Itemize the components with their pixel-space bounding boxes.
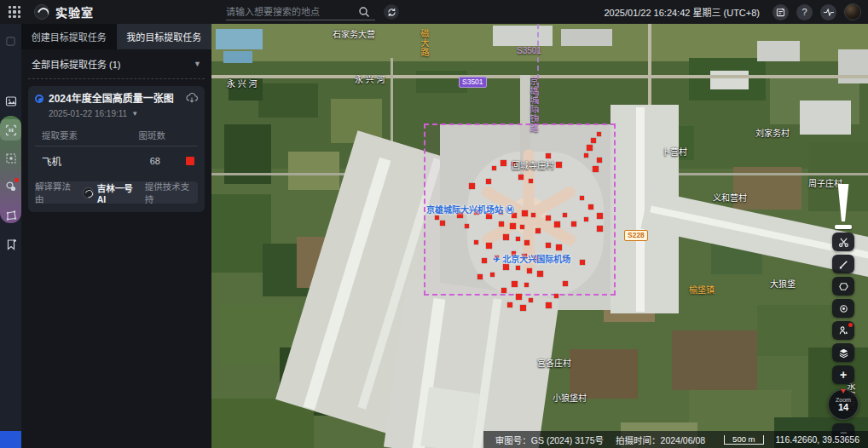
task-timestamp: 2025-01-22 16:19:11 xyxy=(49,109,127,118)
feature-color-swatch xyxy=(186,157,194,165)
detection-box xyxy=(556,162,562,168)
notification-dot xyxy=(848,323,853,327)
zoom-dial[interactable]: Zoom 14 xyxy=(828,389,859,420)
detection-box xyxy=(512,162,516,166)
detection-box xyxy=(477,274,483,279)
swipe-slider-handle[interactable] xyxy=(835,184,852,221)
map-terrain-patch xyxy=(216,29,263,49)
search-input[interactable] xyxy=(226,7,358,17)
poi-person-button[interactable] xyxy=(832,321,854,340)
capture-time: 拍摄时间：2024/06/08 xyxy=(616,434,705,446)
detection-box xyxy=(593,166,599,172)
bookmark-add-icon[interactable] xyxy=(0,233,21,255)
map-terrain-patch xyxy=(223,51,252,63)
detection-box xyxy=(533,256,539,261)
detection-box xyxy=(529,179,533,183)
detection-box xyxy=(518,175,524,180)
draw-tool-button[interactable] xyxy=(832,255,854,273)
railway-line xyxy=(537,24,539,121)
task-radio[interactable] xyxy=(35,95,43,103)
detection-box xyxy=(529,298,533,302)
detection-box xyxy=(486,243,492,249)
map-terrain-patch xyxy=(211,75,868,78)
detection-box xyxy=(580,196,584,200)
app-logo[interactable]: 实验室 xyxy=(34,3,94,20)
task-filter-dropdown[interactable]: 全部目标提取任务 (1) ▼ xyxy=(21,49,211,78)
algo-brand: 吉林一号AI xyxy=(97,181,142,204)
detection-box xyxy=(503,264,509,270)
detection-box xyxy=(522,210,528,216)
detection-box xyxy=(524,240,529,245)
zoom-in-button[interactable]: + xyxy=(832,365,854,384)
tab-my-tasks[interactable]: 我的目标提取任务 xyxy=(117,24,212,49)
detection-box xyxy=(482,258,487,263)
detection-box xyxy=(465,224,469,228)
locate-button[interactable] xyxy=(832,299,854,318)
detection-box xyxy=(486,213,492,219)
task-card[interactable]: 2024年度全国高质量一张图 2025-01-22 16:19:11 ▼ 提取要… xyxy=(28,86,205,212)
swipe-slider-bar[interactable] xyxy=(835,225,852,229)
detection-box xyxy=(440,221,445,226)
clip-tool-button[interactable] xyxy=(832,233,854,251)
algo-prefix: 解译算法由 xyxy=(35,180,79,205)
detection-box xyxy=(563,213,567,217)
map-terrain-patch xyxy=(288,152,339,190)
map-terrain-patch xyxy=(561,29,612,46)
imagery-icon[interactable] xyxy=(0,90,21,112)
layers-button[interactable] xyxy=(832,343,854,362)
search-icon[interactable] xyxy=(358,6,370,18)
brand-logo-icon xyxy=(34,4,49,20)
detection-box xyxy=(597,132,601,136)
notes-icon[interactable] xyxy=(773,4,789,20)
task-title: 2024年度全国高质量一张图 xyxy=(49,93,174,106)
home-icon[interactable] xyxy=(0,31,21,52)
detection-box xyxy=(554,221,560,227)
polygon-tool-icon[interactable] xyxy=(0,204,21,226)
col-feature: 提取要素 xyxy=(42,129,78,141)
cursor-coordinates: 116.42660, 39.53656 xyxy=(776,434,859,445)
table-row[interactable]: 飞机 68 xyxy=(35,146,198,175)
feature-count: 68 xyxy=(150,156,160,166)
tab-create-task[interactable]: 创建目标提取任务 xyxy=(21,24,117,49)
detection-box xyxy=(546,302,552,308)
app-window: 实验室 2025/01/22 16:24:42 星期三 (UTC+8) ? xyxy=(0,0,868,448)
zoom-level: 14 xyxy=(838,403,848,412)
satellite-map[interactable]: 石家务大营永 兴 河永 兴 河磁大路S3501京雄城际铁路回城寺庄村卜营村刘家务… xyxy=(211,24,868,448)
detection-box xyxy=(556,244,562,250)
detection-box xyxy=(597,213,603,219)
cluster-analysis-icon[interactable] xyxy=(0,175,21,197)
detection-box xyxy=(520,225,524,229)
detection-box xyxy=(474,210,479,215)
user-avatar[interactable] xyxy=(844,3,861,20)
detection-box xyxy=(507,302,512,307)
detection-box xyxy=(546,153,551,158)
detection-box xyxy=(563,281,568,286)
map-terrain-patch xyxy=(229,75,263,101)
location-search[interactable] xyxy=(226,3,375,20)
app-title: 实验室 xyxy=(55,3,94,20)
algo-suffix: 提供技术支持 xyxy=(145,180,198,205)
task-filter-label: 全部目标提取任务 (1) xyxy=(32,57,121,71)
map-terrain-patch xyxy=(493,26,553,46)
detection-box xyxy=(492,166,496,170)
road-badge: S228 xyxy=(624,230,648,241)
sync-icon[interactable] xyxy=(384,4,399,20)
map-terrain-patch xyxy=(636,107,645,312)
jilin1-logo-icon xyxy=(83,187,94,198)
apps-grid-icon[interactable] xyxy=(9,6,20,18)
activity-icon[interactable] xyxy=(820,4,836,20)
detection-box xyxy=(457,212,463,218)
area-select-icon[interactable] xyxy=(0,147,21,169)
download-icon[interactable] xyxy=(186,93,198,103)
detection-box xyxy=(580,260,585,265)
notification-dot xyxy=(14,178,19,182)
target-extraction-icon[interactable] xyxy=(0,119,21,141)
detection-box xyxy=(587,145,593,151)
polygon-measure-button[interactable] xyxy=(832,277,854,296)
help-icon[interactable]: ? xyxy=(796,4,813,20)
detection-box xyxy=(510,223,516,229)
chevron-down-icon[interactable]: ▼ xyxy=(131,110,138,118)
detection-box xyxy=(527,268,532,273)
map-terrain-patch xyxy=(420,387,479,448)
rail-bottom-button[interactable] xyxy=(0,431,21,448)
